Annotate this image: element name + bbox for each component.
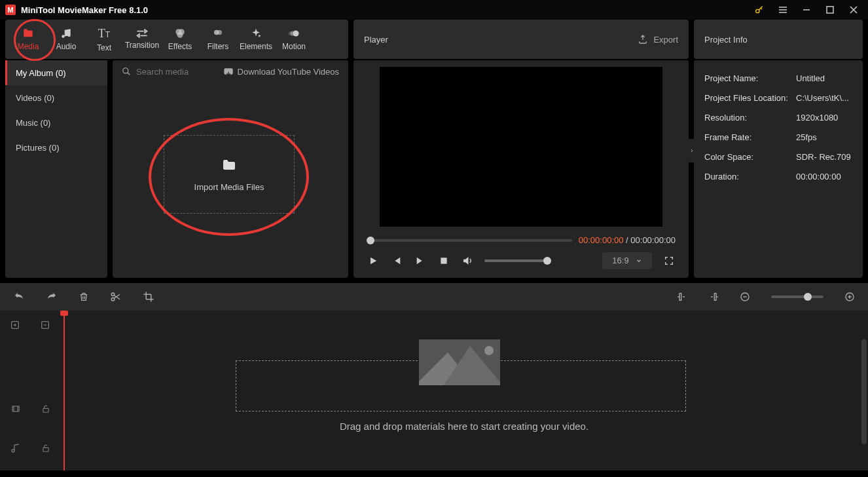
svg-rect-16: [714, 294, 716, 301]
val-framerate: 25fps: [796, 132, 817, 142]
aspect-ratio-select[interactable]: 16:9: [602, 252, 652, 269]
placeholder-thumbnail: [419, 339, 500, 385]
effects-icon: [174, 28, 186, 39]
titlebar: M MiniTool MovieMaker Free 8.1.0: [0, 0, 868, 20]
tab-motion[interactable]: Motion: [275, 20, 313, 59]
stop-button[interactable]: [437, 256, 450, 265]
fullscreen-button[interactable]: [662, 256, 676, 266]
player-title: Player: [364, 35, 388, 45]
svg-rect-22: [43, 408, 48, 412]
timeline-scrollbar[interactable]: [861, 339, 867, 444]
delete-button[interactable]: [79, 291, 89, 303]
svg-rect-15: [679, 294, 681, 301]
import-media-button[interactable]: Import Media Files: [164, 135, 295, 214]
lbl-framerate: Frame Rate:: [704, 132, 796, 142]
app-logo: M: [5, 5, 16, 15]
tab-label: Motion: [282, 42, 306, 51]
sidebar-item-music[interactable]: Music (0): [5, 110, 107, 135]
timeline-canvas[interactable]: Drag and drop materials here to start cr…: [60, 311, 868, 470]
volume-button[interactable]: [461, 255, 474, 267]
redo-button[interactable]: [46, 291, 58, 303]
undo-button[interactable]: [13, 291, 25, 303]
main-toolbar: Media Audio TT Text Transition Effects F…: [5, 20, 348, 59]
val-project-name: Untitled: [796, 73, 825, 83]
val-colorspace: SDR- Rec.709: [796, 152, 851, 162]
next-frame-button[interactable]: [414, 256, 427, 266]
split-button[interactable]: [110, 291, 122, 303]
menu-icon[interactable]: [774, 1, 792, 19]
sidebar-item-pictures[interactable]: Pictures (0): [5, 135, 107, 160]
tab-filters[interactable]: Filters: [199, 20, 237, 59]
timeline: Drag and drop materials here to start cr…: [0, 311, 868, 470]
folder-icon: [22, 28, 35, 39]
tab-label: Media: [18, 42, 39, 51]
lbl-resolution: Resolution:: [704, 113, 796, 123]
search-icon: [122, 67, 131, 76]
download-youtube-button[interactable]: Download YouTube Videos: [223, 67, 339, 77]
close-button[interactable]: [844, 1, 863, 19]
lbl-project-name: Project Name:: [704, 73, 796, 83]
sidebar-item-videos[interactable]: Videos (0): [5, 85, 107, 110]
player-header: Player Export: [353, 20, 689, 59]
svg-rect-12: [441, 258, 446, 263]
collapse-projectinfo-button[interactable]: [689, 139, 695, 162]
svg-rect-23: [43, 448, 48, 451]
timecode: 00:00:00:00 / 00:00:00:00: [579, 235, 676, 245]
svg-rect-1: [827, 7, 833, 13]
lbl-project-location: Project Files Location:: [704, 93, 796, 103]
audio-track-icon: [10, 443, 21, 453]
crop-button[interactable]: [143, 291, 154, 303]
svg-point-9: [289, 31, 293, 35]
add-track-button[interactable]: [10, 320, 20, 330]
marker-b-button[interactable]: [708, 292, 719, 302]
play-button[interactable]: [367, 256, 380, 266]
projectinfo-header: Project Info: [694, 20, 863, 59]
export-button[interactable]: Export: [638, 34, 678, 45]
key-icon[interactable]: [750, 1, 769, 19]
tab-label: Effects: [168, 42, 192, 51]
projectinfo-title: Project Info: [704, 35, 748, 45]
svg-rect-21: [12, 406, 19, 411]
timeline-toolbar: [0, 283, 868, 311]
timeline-track-headers: [0, 311, 60, 470]
tab-effects[interactable]: Effects: [161, 20, 199, 59]
sidebar-item-myalbum[interactable]: My Album (0): [5, 60, 107, 85]
scrub-handle[interactable]: [367, 237, 374, 244]
zoom-in-button[interactable]: [844, 292, 855, 302]
chevron-down-icon: [636, 258, 642, 264]
download-label: Download YouTube Videos: [238, 67, 339, 77]
youtube-icon: [223, 67, 234, 76]
tab-elements[interactable]: Elements: [237, 20, 275, 59]
scrub-bar[interactable]: [367, 239, 572, 242]
video-preview: [380, 67, 662, 227]
tab-text[interactable]: TT Text: [85, 20, 123, 59]
zoom-out-button[interactable]: [740, 292, 750, 302]
tab-media[interactable]: Media: [9, 20, 47, 59]
zoom-handle[interactable]: [804, 293, 812, 301]
tab-audio[interactable]: Audio: [47, 20, 85, 59]
minimize-button[interactable]: [797, 1, 816, 19]
volume-handle[interactable]: [543, 257, 551, 265]
remove-track-button[interactable]: [40, 320, 50, 330]
lock-audio-track[interactable]: [41, 443, 50, 453]
prev-frame-button[interactable]: [390, 256, 403, 266]
app-title: MiniTool MovieMaker Free 8.1.0: [21, 5, 745, 15]
maximize-button[interactable]: [821, 1, 839, 19]
svg-point-10: [123, 68, 128, 73]
media-sidebar: My Album (0) Videos (0) Music (0) Pictur…: [5, 60, 107, 278]
timeline-hint: Drag and drop materials here to start cr…: [60, 421, 868, 432]
val-project-location: C:\Users\tK\...: [796, 93, 849, 103]
search-media[interactable]: [122, 67, 218, 77]
zoom-slider[interactable]: [771, 296, 823, 298]
music-icon: [60, 28, 72, 39]
search-input[interactable]: [136, 67, 215, 77]
playhead[interactable]: [63, 311, 65, 470]
project-info-pane: Project Name:Untitled Project Files Loca…: [694, 60, 863, 278]
val-duration: 00:00:00:00: [796, 172, 841, 181]
transition-icon: [136, 29, 149, 38]
svg-point-13: [111, 293, 115, 296]
marker-a-button[interactable]: [677, 292, 687, 302]
tab-transition[interactable]: Transition: [123, 20, 161, 59]
volume-slider[interactable]: [484, 259, 550, 262]
lock-video-track[interactable]: [41, 404, 50, 414]
